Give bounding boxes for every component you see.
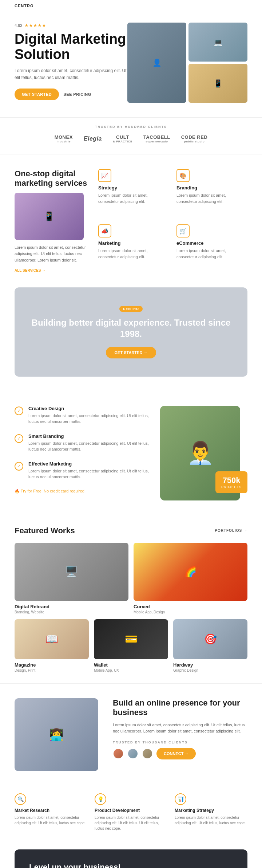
cta-dark-title: Level up your business!: [29, 863, 146, 868]
feature-branding-content: Smart Branding Lorem ipsum dolor sit ame…: [28, 433, 149, 452]
feature-marketing-title: Effective Marketing: [28, 461, 149, 467]
portfolio-image-magazine: 📖: [15, 619, 89, 659]
logo-elegia: Elegia: [84, 135, 102, 142]
services-grid: 📈 Strategy Lorem ipsum dolor sit amet, c…: [98, 169, 247, 273]
banner-title: Building better digital experience. Trus…: [29, 317, 233, 339]
value-props-section: 🔍 Market Research Lorem ipsum dolor sit …: [0, 786, 262, 846]
services-left: One-stop digital marketing services 📱 Lo…: [15, 169, 87, 273]
portfolio-title-hardway: Hardway: [173, 662, 247, 668]
check-icon-3: ✓: [15, 462, 23, 471]
feature-creative-content: Creative Design Lorem ipsum dolor sit am…: [28, 406, 149, 425]
hero-description: Lorem ipsum dolor sit amet, consectetur …: [15, 67, 127, 81]
value-market-research: 🔍 Market Research Lorem ipsum dolor sit …: [15, 793, 87, 831]
services-title: One-stop digital marketing services: [15, 169, 87, 188]
strategy-title: Strategy: [98, 185, 169, 191]
feature-smart-branding: ✓ Smart Branding Lorem ipsum dolor sit a…: [15, 433, 149, 452]
branding-title: Branding: [176, 185, 247, 191]
strategy-desc: Lorem ipsum dolor sit amet, consectetur …: [98, 192, 169, 204]
branding-icon: 🎨: [176, 169, 190, 182]
hero-image-person: 👤: [127, 23, 186, 103]
service-marketing: 📣 Marketing Lorem ipsum dolor sit amet, …: [98, 224, 169, 272]
services-section: One-stop digital marketing services 📱 Lo…: [0, 154, 262, 287]
feature-branding-title: Smart Branding: [28, 433, 149, 439]
hero-section: 4.93 ★★★★★ Digital Marketing Solution Lo…: [0, 12, 262, 117]
market-research-title: Market Research: [15, 808, 87, 813]
trusted-clients-label: TRUSTED BY THOUSAND CLIENTS: [113, 741, 247, 744]
presence-title: Build an online presence for your busine…: [113, 698, 247, 718]
presence-right: Build an online presence for your busine…: [113, 698, 247, 771]
presence-left: 👩‍💻: [15, 698, 102, 771]
logos-container: MONEXIndustrie Elegia CULT& PRACTICE TAC…: [15, 134, 247, 143]
connect-button[interactable]: CONNECT →: [156, 748, 196, 759]
projects-label: PROJECTS: [221, 485, 242, 489]
presence-description: Lorem ipsum dolor sit amet, consectetur …: [113, 722, 247, 735]
feature-marketing-content: Effective Marketing Lorem ipsum dolor si…: [28, 461, 149, 480]
check-icon-1: ✓: [15, 406, 23, 415]
portfolio-main-grid: 🖥️ Digital Rebrand Branding, Website 🌈 C…: [15, 543, 247, 614]
service-branding: 🎨 Branding Lorem ipsum dolor sit amet, c…: [176, 169, 247, 217]
portfolio-image-rebrand: 🖥️: [15, 543, 128, 601]
portfolios-link[interactable]: PORTFOLIOS →: [215, 529, 247, 533]
feature-marketing-desc: Lorem ipsum dolor sit amet, consectetur …: [28, 468, 149, 480]
portfolio-image-wallet: 💳: [94, 619, 168, 659]
portfolio-tags-wallet: Mobile App, UX: [94, 668, 168, 672]
hero-image-laptop: 💻: [188, 23, 247, 62]
value-product-development: 💡 Product Development Lorem ipsum dolor …: [95, 793, 167, 831]
portfolio-header: Featured Works PORTFOLIOS →: [15, 526, 247, 535]
logo-monex: MONEXIndustrie: [55, 134, 73, 143]
hero-rating: 4.93 ★★★★★: [15, 23, 127, 28]
features-section: ✓ Creative Design Lorem ipsum dolor sit …: [0, 391, 262, 515]
portfolio-item-hardway[interactable]: 🎯 Hardway Graphic Design: [173, 619, 247, 672]
rating-value: 4.93: [15, 23, 22, 28]
all-services-link[interactable]: ALL SERVICES →: [15, 268, 45, 272]
trusted-section: TRUSTED BY HUNDRED CLIENTS MONEXIndustri…: [0, 117, 262, 154]
marketing-icon: 📣: [98, 224, 111, 237]
portfolio-title: Featured Works: [15, 526, 75, 535]
brand-name: CENTRO: [15, 4, 33, 8]
portfolio-title-curved: Curved: [134, 604, 247, 609]
product-development-icon: 💡: [95, 793, 106, 805]
presence-image: 👩‍💻: [15, 698, 98, 771]
services-description: Lorem ipsum dolor sit amet, consectetur …: [15, 244, 87, 264]
banner-button[interactable]: GET STARTED →: [106, 347, 156, 358]
branding-desc: Lorem ipsum dolor sit amet, consectetur …: [176, 192, 247, 204]
product-development-desc: Lorem ipsum dolor sit amet, consectetur …: [95, 815, 167, 831]
service-strategy: 📈 Strategy Lorem ipsum dolor sit amet, c…: [98, 169, 169, 217]
portfolio-image-hardway: 🎯: [173, 619, 247, 659]
strategy-icon: 📈: [98, 169, 111, 182]
portfolio-item-rebrand[interactable]: 🖥️ Digital Rebrand Branding, Website: [15, 543, 128, 614]
portfolio-item-curved[interactable]: 🌈 Curved Mobile App, Design: [134, 543, 247, 614]
portfolio-title-rebrand: Digital Rebrand: [15, 604, 128, 609]
services-image: 📱: [15, 193, 84, 240]
logo-cult: CULT& PRACTICE: [113, 134, 132, 143]
feature-creative-title: Creative Design: [28, 406, 149, 411]
portfolio-item-magazine[interactable]: 📖 Magazine Design, Print: [15, 619, 89, 672]
marketing-strategy-icon: 📊: [175, 793, 186, 805]
feature-effective-marketing: ✓ Effective Marketing Lorem ipsum dolor …: [15, 461, 149, 480]
marketing-strategy-title: Marketing Strategy: [175, 808, 247, 813]
portfolio-tags-curved: Mobile App, Design: [134, 610, 247, 614]
logo-tacobell: TACOBELLsupermercado: [143, 134, 170, 143]
features-list: ✓ Creative Design Lorem ipsum dolor sit …: [15, 406, 149, 500]
client-avatar-2: [127, 748, 138, 759]
features-right: 👨‍💼 750k PROJECTS: [160, 406, 247, 500]
marketing-title: Marketing: [98, 240, 169, 246]
try-free-label: 🔥 Try for Free. No credit card required.: [15, 489, 149, 494]
market-research-desc: Lorem ipsum dolor sit amet, consectetur …: [15, 815, 87, 826]
logo-codered: CODE REDpublic studio: [181, 134, 208, 143]
see-pricing-link[interactable]: SEE PRICING: [63, 92, 91, 97]
portfolio-title-wallet: Wallet: [94, 662, 168, 668]
portfolio-item-wallet[interactable]: 💳 Wallet Mobile App, UX: [94, 619, 168, 672]
check-icon-2: ✓: [15, 434, 23, 443]
portfolio-tags-magazine: Design, Print: [15, 668, 89, 672]
presence-section: 👩‍💻 Build an online presence for your bu…: [0, 683, 262, 786]
trusted-label: TRUSTED BY HUNDRED CLIENTS: [15, 125, 247, 129]
service-ecommerce: 🛒 eCommerce Lorem ipsum dolor sit amet, …: [176, 224, 247, 272]
hero-left: 4.93 ★★★★★ Digital Marketing Solution Lo…: [15, 23, 127, 100]
feature-branding-desc: Lorem ipsum dolor sit amet, consectetur …: [28, 440, 149, 452]
portfolio-tags-rebrand: Branding, Website: [15, 610, 128, 614]
get-started-button[interactable]: GET STARTED: [15, 89, 59, 100]
portfolio-image-curved: 🌈: [134, 543, 247, 601]
banner-section: CENTRO Building better digital experienc…: [15, 287, 247, 377]
portfolio-tags-hardway: Graphic Design: [173, 668, 247, 672]
